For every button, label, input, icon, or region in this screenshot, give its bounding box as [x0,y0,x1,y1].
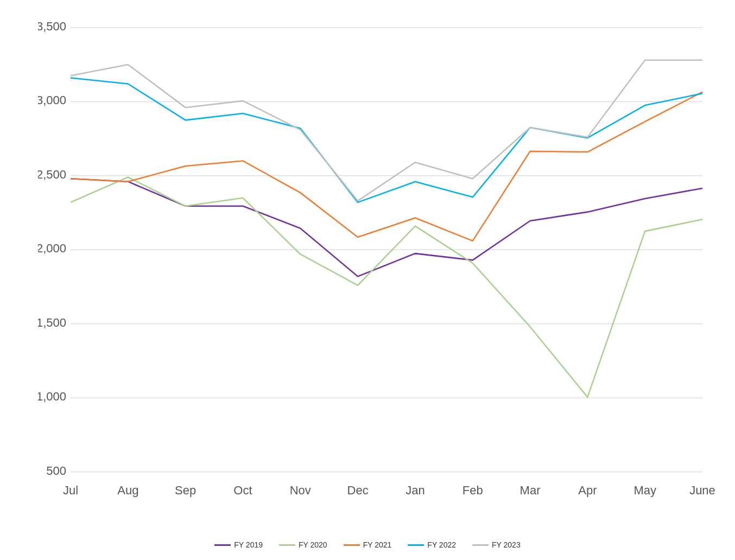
legend-line [408,544,424,546]
svg-text:Mar: Mar [520,483,541,497]
legend-label: FY 2020 [299,540,327,549]
svg-text:3,500: 3,500 [38,20,66,33]
chart-container: 5001,0001,5002,0002,5003,0003,500JulAugS… [0,0,735,560]
chart-legend: FY 2019FY 2020FY 2021FY 2022FY 2023 [0,540,735,549]
legend-label: FY 2019 [234,540,263,549]
svg-text:May: May [633,483,656,497]
legend-line [279,544,295,546]
svg-text:Nov: Nov [290,483,312,497]
legend-item: FY 2019 [214,540,263,549]
svg-text:1,500: 1,500 [38,316,66,329]
svg-text:Dec: Dec [347,483,369,497]
svg-text:500: 500 [46,464,66,478]
legend-label: FY 2022 [427,540,456,549]
legend-item: FY 2023 [472,540,521,549]
legend-line [472,544,489,546]
svg-text:Jul: Jul [63,483,78,497]
svg-text:Apr: Apr [578,483,597,497]
legend-line [214,544,231,546]
legend-item: FY 2021 [344,540,392,549]
legend-label: FY 2021 [363,540,392,549]
legend-item: FY 2022 [408,540,456,549]
line-chart: 5001,0001,5002,0002,5003,0003,500JulAugS… [38,16,719,506]
svg-text:Feb: Feb [462,483,483,497]
legend-line [344,544,360,546]
legend-item: FY 2020 [279,540,327,549]
svg-text:1,000: 1,000 [38,390,66,403]
legend-label: FY 2023 [492,540,521,549]
svg-text:Aug: Aug [117,483,138,497]
svg-text:Jan: Jan [405,483,424,497]
svg-text:2,000: 2,000 [38,241,66,255]
svg-text:Sep: Sep [175,483,196,497]
svg-text:Oct: Oct [233,483,252,497]
svg-text:3,000: 3,000 [38,93,66,107]
svg-text:2,500: 2,500 [38,168,66,181]
svg-text:June: June [689,483,715,497]
